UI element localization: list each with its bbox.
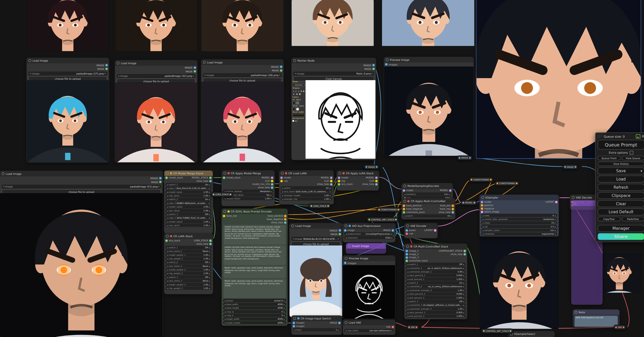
node-titlebar[interactable]: ModelSamplingDiscrete [402, 183, 453, 189]
decrement-arrow-icon[interactable]: ◀ [167, 280, 168, 282]
manager-button[interactable]: Manager [598, 225, 644, 232]
decrement-arrow-icon[interactable]: ◀ [407, 267, 409, 269]
strength-model-widget[interactable]: ◀strength_model1.00▶ [281, 194, 332, 197]
increment-arrow-icon[interactable]: ▶ [209, 191, 210, 193]
input-slot-pixels[interactable] [405, 229, 408, 232]
decrement-arrow-icon[interactable]: ◀ [224, 303, 226, 305]
increment-arrow-icon[interactable]: ▶ [284, 300, 285, 302]
node-load-image[interactable]: Load ImageIMAGEMASK◀image9fa0dc8a-8c15-4… [290, 223, 342, 317]
reroute-out-dot[interactable] [473, 202, 475, 203]
node-vae-encode[interactable]: VAE EncodepixelsLATENTvae [404, 223, 437, 238]
decrement-arrow-icon[interactable]: ◀ [224, 307, 226, 309]
output-slot-show-help[interactable] [375, 183, 378, 186]
decrement-arrow-icon[interactable]: ◀ [224, 314, 226, 316]
end-percent-2-widget[interactable]: ◀end_percent_21.000▶ [406, 296, 466, 299]
reroute-control-net-stack[interactable]: CONTROL_NET_STACK [481, 328, 513, 333]
decrement-arrow-icon[interactable]: ◀ [407, 304, 409, 306]
output-slot-controlnet-stack[interactable] [463, 249, 466, 252]
node-titlebar[interactable]: CR Model Merge Stack [164, 171, 213, 176]
node-titlebar[interactable]: AIO Aux Preprocessor [343, 223, 395, 229]
decrement-arrow-icon[interactable]: ◀ [118, 75, 120, 77]
lora-name-widget[interactable]: ◀lora_nameSDXL-Turbo_LCM_V1.safetensors▶ [281, 190, 332, 193]
node-load-image[interactable]: Load ImageIMAGEMASK◀imagepastedImage (28… [201, 60, 283, 162]
input-slot-model[interactable] [338, 176, 341, 179]
cfg-widget[interactable]: ◀cfg2.5▶ [481, 225, 557, 228]
node-titlebar[interactable]: CR Multi-ControlNet Stack [404, 244, 467, 249]
ckpt-2-widget[interactable]: ◀ckpt_2BZBW7-NIJIStyleXL_v4.safetensors▶ [166, 201, 212, 205]
clip-weight-3-widget[interactable]: ◀clip_weight_31.00▶ [166, 286, 212, 290]
target-width-widget[interactable]: ◀target_width4096▶ [223, 317, 286, 321]
output-slot-image[interactable] [193, 66, 196, 69]
reroute-in-dot[interactable] [459, 157, 460, 159]
node-titlebar[interactable]: Load Image [290, 223, 342, 229]
increment-arrow-icon[interactable]: ▶ [209, 209, 210, 211]
input-slot-model-stack[interactable] [223, 176, 225, 179]
reroute-lora-stack[interactable]: LORA_STACK [309, 203, 331, 208]
increment-arrow-icon[interactable]: ▶ [193, 75, 194, 77]
clip-ratio3-widget[interactable]: ◀clip_ratio31.00▶ [166, 224, 212, 227]
reroute-in-dot[interactable] [497, 183, 498, 184]
reroute-in-dot[interactable] [471, 179, 472, 180]
start-percent-1-widget[interactable]: ◀start_percent_10.000▶ [406, 274, 466, 277]
reroute-out-dot[interactable] [395, 219, 397, 220]
increment-arrow-icon[interactable]: ▶ [555, 226, 556, 228]
seed-widget[interactable]: ◀seed0▶ [481, 214, 557, 217]
increment-arrow-icon[interactable]: ▶ [209, 261, 210, 263]
switch-1-widget[interactable]: ◀switch_1Off▶ [406, 263, 466, 266]
increment-arrow-icon[interactable]: ▶ [463, 289, 465, 291]
decrement-arrow-icon[interactable]: ◀ [294, 329, 296, 331]
input-slot-model[interactable] [403, 189, 405, 192]
decrement-arrow-icon[interactable]: ◀ [167, 184, 168, 186]
queue-front-button[interactable]: Queue Front [598, 156, 620, 160]
output-slot-mask[interactable] [338, 233, 341, 235]
extra-options-checkbox[interactable] [630, 151, 633, 154]
increment-arrow-icon[interactable]: ▶ [555, 218, 556, 220]
output-slot-image[interactable] [159, 177, 162, 180]
collapse-dot[interactable] [166, 235, 169, 237]
reroute-vae[interactable]: VAE [614, 325, 626, 330]
increment-arrow-icon[interactable]: ▶ [391, 237, 393, 239]
switch-1-widget[interactable]: ◀switch_1Off▶ [166, 246, 212, 249]
reroute-in-dot[interactable] [310, 205, 312, 207]
output-slot-show-help[interactable] [209, 179, 212, 182]
node-cr-multi-controlnet-stack[interactable]: CR Multi-ControlNet Stackimage_1CONTROLN… [404, 244, 467, 319]
end-percent-3-widget[interactable]: ◀end_percent_31.000▶ [406, 315, 466, 318]
controlnet-3-widget[interactable]: ◀controlnet_3t2i-adapter_diffusers_xl_li… [406, 303, 466, 307]
increment-arrow-icon[interactable]: ▶ [209, 184, 210, 186]
collapse-dot[interactable] [348, 245, 351, 248]
image-widget[interactable]: ◀imagepastedImage (51).png▶ [2, 184, 161, 188]
resolution-widget[interactable]: ◀resolution1024▶ [344, 236, 394, 239]
node-cr-apply-multi-controlnet[interactable]: CR Apply Multi-ControlNetbase_positiveba… [402, 199, 455, 219]
output-slot-mask[interactable] [193, 70, 196, 73]
increment-arrow-icon[interactable]: ▶ [209, 246, 210, 249]
crop-w-widget[interactable]: ◀crop_w0▶ [223, 310, 286, 313]
collapse-dot[interactable] [406, 245, 409, 248]
output-slot-clip[interactable] [271, 179, 274, 182]
decrement-arrow-icon[interactable]: ◀ [482, 222, 484, 224]
reroute-in-dot[interactable] [213, 194, 214, 195]
decrement-arrow-icon[interactable]: ◀ [282, 198, 283, 200]
node-titlebar[interactable]: CR Apply Multi-ControlNet [402, 199, 455, 204]
increment-arrow-icon[interactable]: ▶ [555, 214, 556, 216]
increment-arrow-icon[interactable]: ▶ [209, 269, 210, 271]
decrement-arrow-icon[interactable]: ◀ [345, 237, 347, 239]
reroute-out-dot[interactable] [623, 326, 624, 328]
node-load-image[interactable]: Load ImageIMAGEMASK◀imagepastedImage (27… [27, 58, 109, 162]
input-slot-images[interactable] [344, 261, 347, 264]
collapse-dot[interactable] [572, 196, 574, 199]
image-widget[interactable]: ◀imagepastedImage (32).png▶ [117, 74, 196, 78]
reroute-image[interactable]: IMAGE [457, 155, 472, 160]
increment-arrow-icon[interactable]: ▶ [391, 233, 393, 235]
decrement-arrow-icon[interactable]: ◀ [282, 191, 283, 193]
controlnet-strength-3-widget[interactable]: ◀controlnet_strength_31.00▶ [406, 307, 466, 310]
clip-weight-1-widget[interactable]: ◀clip_weight_11.00▶ [166, 257, 212, 260]
sampler-name-widget[interactable]: ◀sampler_namelcm▶ [481, 228, 557, 232]
shape-buttons[interactable] [292, 90, 305, 92]
decrement-arrow-icon[interactable]: ◀ [167, 224, 168, 226]
image-widget[interactable]: ◀image9fa0dc8a-8c15-467d-bf3f-496928a984… [291, 237, 340, 241]
crop-h-widget[interactable]: ◀crop_h0▶ [223, 314, 286, 317]
increment-arrow-icon[interactable]: ▶ [209, 283, 210, 285]
ckpt-3-widget[interactable]: ◀ckpt_3SDXL-TURBO_PLUS_V1.safetensors▶ [166, 216, 212, 220]
output-slot-image[interactable] [105, 64, 108, 67]
controlnet-strength-2-widget[interactable]: ◀controlnet_strength_21.00▶ [406, 289, 466, 292]
